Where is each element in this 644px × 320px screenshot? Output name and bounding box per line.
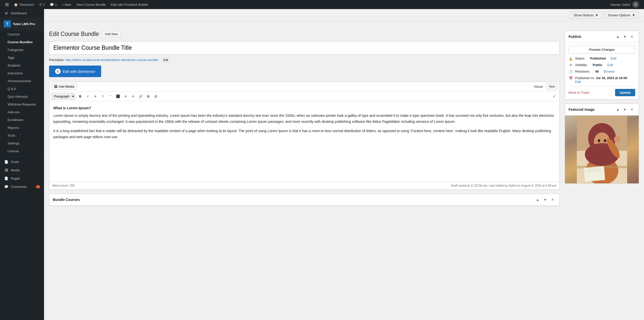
page-header: Edit Course Bundle Add New	[49, 31, 560, 37]
featured-close-button[interactable]: ✕	[629, 106, 635, 113]
add-new-button[interactable]: Add New	[102, 31, 121, 37]
main-content-wrapper: Edit Course Bundle Add New Permalink: ht…	[44, 31, 644, 320]
sidebar-item-qa[interactable]: Q & A	[0, 85, 44, 93]
sidebar-item-tools[interactable]: Tools	[0, 132, 44, 139]
sidebar-item-posts[interactable]: 📄 Posts	[0, 158, 44, 166]
italic-button[interactable]: I	[84, 93, 91, 100]
align-left-button[interactable]: ⬛	[114, 93, 122, 100]
paragraph-format-select[interactable]: Paragraph	[51, 93, 75, 100]
published-date-value: Jul 19, 2023 at 10:00	[596, 76, 627, 80]
preview-changes-button[interactable]: Preview Changes	[569, 46, 635, 54]
view-course-bundle-item[interactable]: View Course Bundle	[74, 0, 108, 9]
view-course-bundle-label: View Course Bundle	[76, 3, 106, 7]
sidebar-item-pages[interactable]: 📑 Pages	[0, 174, 44, 183]
revisions-browse-link[interactable]: Browse	[604, 70, 615, 73]
elementor-logo-icon: E	[55, 69, 61, 74]
add-media-button[interactable]: 🖼 Add Media	[51, 83, 77, 90]
update-button[interactable]: Update	[615, 89, 635, 96]
draft-saved: Draft saved at 11:52:50 am. Last edited …	[451, 184, 556, 187]
tab-text[interactable]: Text	[546, 83, 557, 90]
screen-options-button[interactable]: Screen Options ▼	[604, 12, 639, 19]
revision-item[interactable]: ↺ 1	[36, 0, 47, 9]
post-title-input[interactable]	[49, 41, 560, 55]
page-title: Edit Course Bundle	[49, 31, 99, 37]
sidebar-courses-label: Courses	[8, 32, 20, 36]
align-right-button[interactable]: ≡	[130, 93, 137, 100]
featured-chevron-down-button[interactable]: ▼	[622, 106, 628, 113]
permalink-edit-button[interactable]: Edit	[161, 58, 171, 63]
sidebar-item-enrollment[interactable]: Enrollment	[0, 116, 44, 124]
tab-visual[interactable]: Visual	[531, 83, 545, 90]
move-to-trash-link[interactable]: Move to Trash	[569, 91, 589, 94]
sidebar-item-add-ons[interactable]: Add-ons	[0, 108, 44, 116]
align-center-button[interactable]: ≡	[122, 93, 129, 100]
publish-date-row: 📅 Published on: Jul 19, 2023 at 10:00 Ed…	[569, 76, 635, 84]
sidebar-instructors-label: Instructors	[8, 71, 23, 75]
sidebar-media-label: Media	[11, 168, 20, 172]
chevron-down-icon: ▼	[595, 13, 598, 17]
sidebar-reports-label: Reports	[8, 126, 19, 130]
publish-chevron-down-button[interactable]: ▼	[622, 33, 628, 40]
editor-content[interactable]: What is Lorem Ipsum? Lorem Ipsum is simp…	[49, 101, 559, 182]
sidebar-item-comments[interactable]: 💬 Comments 1	[0, 183, 44, 191]
wp-logo[interactable]: ⊞	[3, 0, 11, 9]
edit-with-elementor-button[interactable]: E Edit with Elementor	[49, 66, 101, 77]
bundle-chevron-up-button[interactable]: ▲	[534, 196, 541, 203]
edit-frontend-item[interactable]: Edit with Frontend Builder	[108, 0, 151, 9]
featured-chevron-up-button[interactable]: ▲	[615, 106, 621, 113]
sidebar-item-license[interactable]: License	[0, 147, 44, 155]
sidebar-item-announcements[interactable]: Announcements	[0, 77, 44, 85]
permalink-url[interactable]: http://demo.local/course-bundle/demo-ele…	[65, 58, 158, 62]
comments-badge: 1	[36, 185, 40, 188]
howdy-item[interactable]: Howdy, Saiful S	[608, 1, 641, 8]
blockquote-button[interactable]: "	[107, 93, 114, 100]
publish-box-title: Publish	[569, 35, 581, 39]
expand-editor-button[interactable]: ⤢	[550, 93, 557, 100]
bold-button[interactable]: B	[77, 93, 84, 100]
sidebar-item-dashboard[interactable]: ⊞ Dashboard	[0, 9, 44, 17]
sidebar-enrollment-label: Enrollment	[8, 118, 23, 122]
publish-status-row: 🔒 Status: Published Edit	[569, 57, 635, 61]
sidebar-item-categories[interactable]: Categories	[0, 46, 44, 54]
bundle-chevron-down-button[interactable]: ▼	[542, 196, 548, 203]
revisions-icon: 🕐	[569, 70, 573, 74]
sidebar-item-students[interactable]: Students	[0, 62, 44, 69]
more-button[interactable]: ⊟	[152, 93, 159, 100]
publish-close-button[interactable]: ✕	[629, 33, 635, 40]
visibility-value: Public	[593, 63, 602, 67]
visibility-edit-link[interactable]: Edit	[608, 63, 613, 67]
featured-image-preview[interactable]	[565, 116, 639, 183]
comment-icon: 💬	[50, 3, 54, 7]
revision-count: 1	[43, 3, 45, 7]
sidebar-tags-label: Tags	[8, 56, 14, 60]
media-icon: 🖼	[4, 168, 9, 172]
permalink-label: Permalink:	[49, 58, 64, 62]
bundle-close-button[interactable]: ✕	[549, 196, 556, 203]
sidebar-item-quiz-attempts[interactable]: Quiz Attempts	[0, 93, 44, 100]
status-edit-link[interactable]: Edit	[611, 57, 616, 60]
sidebar-item-withdraw-requests[interactable]: Withdraw Requests	[0, 100, 44, 108]
link-button[interactable]: 🔗	[137, 93, 144, 100]
featured-image-svg	[577, 116, 627, 183]
sidebar-item-reports[interactable]: Reports	[0, 124, 44, 132]
table-button[interactable]: ⊞	[145, 93, 152, 100]
published-date-edit-link[interactable]: Edit	[575, 80, 581, 84]
featured-image-header: Featured image ▲ ▼ ✕	[565, 104, 639, 116]
ordered-list-button[interactable]: ⒈	[99, 93, 106, 100]
sidebar-item-instructors[interactable]: Instructors	[0, 69, 44, 77]
new-item[interactable]: + New	[59, 0, 74, 9]
unordered-list-button[interactable]: ≡	[92, 93, 99, 100]
publish-chevron-up-button[interactable]: ▲	[615, 33, 621, 40]
sidebar-item-tags[interactable]: Tags	[0, 54, 44, 62]
show-notices-button[interactable]: Show Notices ▼	[570, 12, 602, 19]
sidebar-item-course-bundles[interactable]: Course Bundles	[0, 38, 44, 46]
comment-item[interactable]: 💬 1	[47, 0, 59, 9]
site-name-item[interactable]: 🏠 Themeum	[11, 0, 36, 9]
sidebar: ⊞ Dashboard T Tutor LMS Pro Courses Cour…	[0, 9, 44, 320]
sidebar-tutor-header[interactable]: T Tutor LMS Pro	[0, 17, 44, 30]
screen-options-label: Screen Options	[608, 13, 631, 17]
sidebar-item-media[interactable]: 🖼 Media	[0, 166, 44, 174]
sidebar-license-label: License	[8, 149, 19, 153]
sidebar-item-courses[interactable]: Courses	[0, 30, 44, 38]
sidebar-item-settings[interactable]: Settings	[0, 139, 44, 147]
